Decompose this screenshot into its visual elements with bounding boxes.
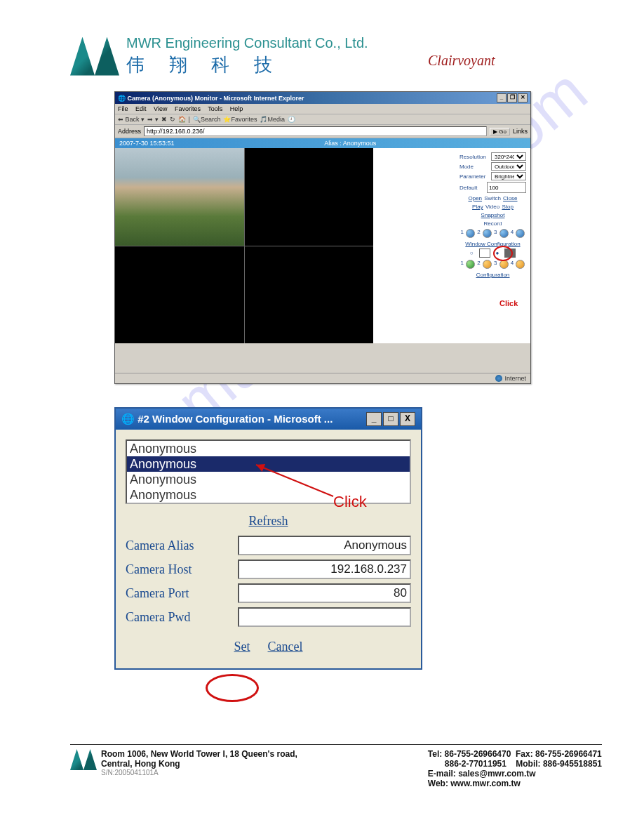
camera-pwd-label: Camera Pwd — [126, 610, 238, 625]
record-dot-1[interactable] — [466, 229, 475, 238]
menu-edit[interactable]: Edit — [135, 105, 147, 112]
camera-feed-2[interactable] — [245, 148, 374, 246]
footer-sn: S/N:2005041101A — [101, 769, 297, 776]
status-bar: Internet — [115, 373, 530, 383]
click-annotation-1: Click — [499, 299, 518, 307]
camera-pwd-input[interactable] — [238, 607, 411, 627]
record-dot-4[interactable] — [516, 229, 525, 238]
media-button[interactable]: 🎵Media — [260, 116, 285, 123]
forward-button[interactable]: ➡ ▾ — [147, 116, 159, 123]
list-item[interactable]: Anonymous — [127, 472, 410, 487]
search-button[interactable]: 🔍Search — [193, 116, 221, 123]
internet-icon — [495, 375, 502, 382]
stop-button[interactable]: ✖ — [161, 116, 167, 123]
menu-file[interactable]: File — [118, 105, 128, 112]
click-annotation-2: Click — [333, 493, 367, 511]
set-annotation-circle — [206, 674, 259, 702]
record-dot-3[interactable] — [499, 229, 509, 238]
record-text: Record — [484, 220, 502, 227]
refresh-link[interactable]: Refresh — [126, 514, 411, 529]
minimize-button[interactable]: _ — [497, 93, 507, 102]
menu-bar: File Edit View Favorites Tools Help — [115, 104, 530, 114]
footer-tel: Tel: 86-755-26966470 — [428, 749, 511, 759]
history-button[interactable]: 🕘 — [288, 116, 295, 123]
window-dot-3[interactable] — [499, 260, 509, 269]
camera-feed-3[interactable] — [115, 246, 244, 344]
footer-addr1: Room 1006, New World Tower I, 18 Queen's… — [101, 749, 297, 759]
address-label: Address — [118, 128, 141, 135]
mwr-logo-small-icon — [70, 749, 97, 770]
company-name: MWR Engineering Consultant Co., Ltd. — [126, 35, 368, 51]
close-button[interactable]: X — [400, 412, 415, 426]
status-text: Internet — [504, 375, 526, 382]
camera-grid — [115, 148, 373, 343]
cancel-link[interactable]: Cancel — [268, 640, 303, 654]
toolbar: ⬅ Back ▾ ➡ ▾ ✖ ↻ 🏠 | 🔍Search ⭐Favorites … — [115, 114, 530, 125]
camera-listbox[interactable]: Anonymous Anonymous Anonymous Anonymous — [126, 439, 411, 504]
window-configuration-dialog: 🌐 #2 Window Configuration - Microsoft ..… — [114, 407, 422, 670]
go-button[interactable]: ▶ Go — [490, 128, 510, 135]
open-link[interactable]: Open — [468, 195, 482, 201]
links-label[interactable]: Links — [513, 128, 528, 135]
camera-port-input[interactable] — [238, 583, 411, 603]
list-item-selected[interactable]: Anonymous — [127, 456, 410, 472]
camera-alias-label: Camera Alias — [126, 538, 238, 553]
resolution-label: Resolution — [459, 154, 486, 160]
back-button[interactable]: ⬅ Back ▾ — [118, 116, 145, 123]
footer-addr2: Central, Hong Kong — [101, 759, 180, 769]
ie-icon: 🌐 — [118, 95, 128, 102]
mode-label: Mode — [459, 164, 474, 170]
camera-port-label: Camera Port — [126, 586, 238, 601]
camera-host-input[interactable] — [238, 560, 411, 579]
camera-alias-input[interactable] — [238, 536, 411, 555]
camera-host-label: Camera Host — [126, 562, 238, 577]
dialog-titlebar: 🌐 #2 Window Configuration - Microsoft ..… — [116, 409, 421, 430]
list-item[interactable]: Anonymous — [127, 487, 410, 503]
stop-link[interactable]: Stop — [502, 204, 513, 210]
menu-view[interactable]: View — [154, 105, 167, 112]
minimize-button[interactable]: _ — [366, 412, 382, 426]
video-text: Video — [485, 204, 499, 210]
mwr-logo-icon — [70, 37, 119, 76]
parameter-label: Parameter — [459, 173, 485, 180]
close-button[interactable]: ✕ — [518, 93, 528, 102]
mode-select[interactable]: Outdoor — [491, 162, 526, 171]
window-titlebar: 🌐 Camera (Anonymous) Monitor - Microsoft… — [115, 92, 530, 104]
layout-quad-icon[interactable] — [504, 249, 516, 258]
ie-icon: 🌐 — [121, 413, 137, 425]
play-link[interactable]: Play — [472, 204, 483, 210]
alias-label: Alias : Anonymous — [324, 140, 376, 147]
maximize-button[interactable]: □ — [383, 412, 398, 426]
window-dot-4[interactable] — [516, 260, 525, 269]
home-button[interactable]: 🏠 — [178, 116, 186, 123]
snapshot-link[interactable]: Snapshot — [481, 212, 505, 218]
set-link[interactable]: Set — [234, 640, 250, 654]
configuration-link[interactable]: Configuration — [476, 272, 510, 278]
camera-feed-4[interactable] — [245, 246, 374, 344]
address-input[interactable]: http://192.168.0.236/ — [144, 126, 487, 136]
menu-tools[interactable]: Tools — [208, 105, 222, 112]
document-header: MWR Engineering Consultant Co., Ltd. 伟 翔… — [70, 35, 368, 77]
control-panel: Resolution320*240 ModeOutdoor ParameterB… — [455, 148, 530, 343]
close-link[interactable]: Close — [503, 195, 517, 201]
list-item[interactable]: Anonymous — [127, 441, 410, 456]
maximize-button[interactable]: ❐ — [507, 93, 517, 102]
default-label: Default — [459, 185, 477, 191]
layout-single-icon[interactable] — [479, 249, 490, 258]
resolution-select[interactable]: 320*240 — [491, 152, 526, 161]
refresh-button[interactable]: ↻ — [170, 116, 175, 123]
window-config-label: Window Configuration — [459, 241, 526, 247]
menu-favorites[interactable]: Favorites — [175, 105, 201, 112]
menu-help[interactable]: Help — [230, 105, 243, 112]
switch-text: Switch — [484, 195, 501, 201]
default-input[interactable] — [487, 182, 526, 193]
window-dot-2[interactable] — [483, 260, 492, 269]
timestamp: 2007-7-30 15:53:51 — [119, 140, 175, 147]
record-dot-2[interactable] — [483, 229, 492, 238]
favorites-button[interactable]: ⭐Favorites — [223, 116, 257, 123]
parameter-select[interactable]: Brightness — [491, 172, 526, 180]
window-dot-1[interactable] — [466, 260, 475, 269]
camera-info-bar: 2007-7-30 15:53:51 Alias : Anonymous — [115, 138, 530, 148]
camera-feed-1[interactable] — [115, 148, 244, 246]
footer-fax: Fax: 86-755-26966471 — [516, 749, 602, 759]
